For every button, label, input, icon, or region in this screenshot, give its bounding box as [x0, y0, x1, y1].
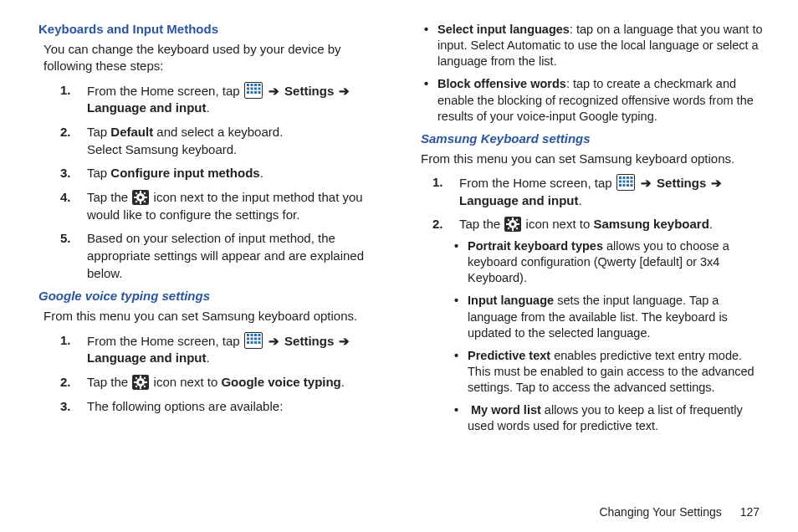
svg-rect-30 [247, 341, 249, 344]
step-number: 1. [432, 174, 443, 192]
svg-rect-40 [144, 377, 146, 380]
svg-rect-3 [258, 84, 260, 86]
step-text: . [341, 375, 345, 389]
svg-rect-23 [250, 334, 253, 336]
svg-rect-61 [508, 219, 510, 222]
list-item: Block offensive words: tap to create a c… [424, 76, 766, 124]
bold-default: Default [110, 125, 153, 139]
svg-rect-2 [254, 84, 257, 86]
step-text: Tap the [87, 190, 131, 204]
svg-rect-36 [140, 386, 141, 389]
svg-rect-35 [140, 376, 141, 378]
step-text: From the Home screen, tap [459, 176, 612, 190]
svg-rect-47 [630, 176, 632, 179]
svg-rect-8 [247, 91, 249, 94]
step-text: From the Home screen, tap [87, 334, 240, 348]
step-text: From the Home screen, tap [87, 84, 240, 98]
intro-para-3: From this menu you can set Samsung keybo… [421, 151, 766, 167]
step-number: 2. [60, 124, 71, 141]
bold-language-input: Language and input [87, 350, 207, 365]
svg-rect-22 [247, 334, 249, 336]
bold-language-input: Language and input [459, 193, 579, 207]
step-text: Tap [87, 166, 110, 180]
bold-settings: Settings [657, 176, 706, 190]
svg-rect-38 [145, 381, 147, 383]
svg-rect-52 [619, 184, 622, 187]
list-item: 3. The following options are available: [60, 398, 384, 416]
step-text: The following options are available: [87, 399, 283, 413]
step-number: 5. [60, 230, 71, 248]
list-item: My word list allows you to keep a list o… [454, 402, 766, 434]
left-column: Keyboards and Input Methods You can chan… [38, 22, 384, 517]
steps-list-3: 1. From the Home screen, tap ➔ Settings … [432, 174, 766, 434]
list-item: 2. Tap the icon next to Google voice typ… [60, 374, 384, 391]
svg-rect-28 [254, 338, 257, 340]
right-column: Select input languages: tap on a languag… [421, 22, 766, 517]
svg-rect-59 [506, 223, 509, 225]
heading-google-voice-typing: Google voice typing settings [38, 289, 384, 303]
svg-rect-16 [145, 197, 147, 198]
bold-language-input: Language and input [87, 100, 207, 115]
svg-rect-44 [619, 176, 622, 179]
step-text: icon next to [154, 375, 222, 389]
svg-rect-0 [247, 84, 249, 86]
footer-section-title: Changing Your Settings [599, 505, 721, 519]
svg-rect-19 [136, 201, 138, 203]
svg-rect-4 [247, 88, 249, 90]
list-item: Portrait keyboard types allows you to ch… [454, 238, 766, 286]
list-item: Input language sets the input language. … [454, 293, 766, 340]
steps-list-2: 1. From the Home screen, tap ➔ Settings … [60, 332, 384, 416]
svg-point-65 [511, 223, 514, 226]
step-number: 2. [60, 374, 71, 391]
step-number: 1. [60, 332, 71, 350]
arrow-icon: ➔ [639, 176, 653, 190]
gear-icon [504, 217, 521, 232]
arrow-icon: ➔ [267, 84, 281, 98]
step-number: 2. [432, 216, 443, 233]
list-item: 1. From the Home screen, tap ➔ Settings … [60, 82, 384, 117]
bold-my-word-list: My word list [471, 403, 541, 417]
svg-rect-37 [134, 381, 136, 383]
step-text: . [260, 166, 263, 180]
gear-icon [132, 375, 149, 390]
list-item: 2. Tap the icon next to Samsung keyboard… [432, 216, 766, 434]
svg-rect-29 [258, 338, 260, 340]
arrow-icon: ➔ [709, 176, 724, 190]
svg-rect-50 [627, 180, 629, 182]
step-text: Select Samsung keyboard. [87, 142, 237, 156]
step-number: 1. [60, 82, 71, 100]
svg-rect-57 [512, 217, 514, 220]
list-item: Select input languages: tap on a languag… [424, 22, 766, 69]
svg-rect-32 [254, 341, 257, 344]
svg-rect-20 [144, 201, 146, 203]
svg-rect-26 [247, 338, 249, 340]
step-text: Tap the [459, 217, 504, 231]
bold-block-offensive-words: Block offensive words [437, 77, 566, 90]
step-number: 3. [60, 165, 71, 182]
bold-samsung-keyboard: Samsung keyboard [593, 217, 708, 231]
svg-rect-6 [254, 88, 257, 90]
svg-rect-41 [136, 386, 138, 388]
intro-para-1: You can change the keyboard used by your… [43, 41, 384, 75]
svg-rect-46 [627, 176, 629, 179]
svg-rect-25 [258, 334, 260, 336]
svg-rect-11 [258, 91, 260, 94]
svg-rect-55 [630, 184, 632, 187]
svg-rect-62 [516, 219, 519, 222]
step-text: Tap [87, 125, 110, 139]
list-item: 3. Tap Configure input methods. [60, 165, 384, 182]
list-item: 1. From the Home screen, tap ➔ Settings … [60, 332, 384, 367]
bullet-list-samsung-options: Portrait keyboard types allows you to ch… [454, 238, 766, 434]
svg-rect-51 [630, 180, 632, 182]
steps-list-1: 1. From the Home screen, tap ➔ Settings … [60, 82, 384, 283]
bullet-list-voice-options: Select input languages: tap on a languag… [424, 22, 766, 125]
step-text: Based on your selection of input method,… [87, 231, 364, 279]
svg-point-43 [139, 381, 142, 384]
bold-settings: Settings [284, 84, 334, 98]
svg-rect-7 [258, 88, 260, 90]
svg-point-21 [139, 196, 142, 199]
list-item: 1. From the Home screen, tap ➔ Settings … [432, 174, 766, 209]
step-text: . [709, 217, 713, 231]
svg-rect-13 [140, 191, 141, 193]
svg-rect-33 [258, 341, 260, 344]
